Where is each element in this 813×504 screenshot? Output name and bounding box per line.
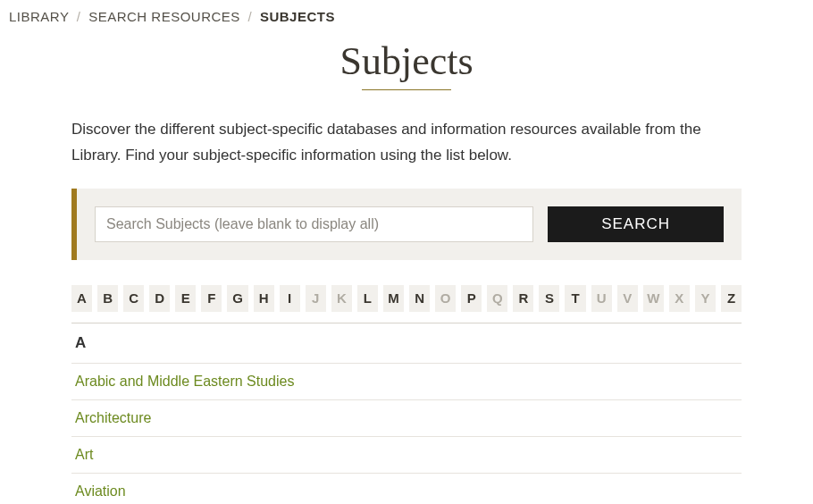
alpha-letter-v: V — [617, 285, 638, 312]
alpha-letter-s[interactable]: S — [539, 285, 559, 312]
alpha-letter-z[interactable]: Z — [721, 285, 742, 312]
alpha-letter-m[interactable]: M — [383, 285, 404, 312]
alpha-letter-a[interactable]: A — [71, 285, 92, 312]
intro-text: Discover the different subject-specific … — [71, 117, 742, 169]
subject-link[interactable]: Art — [75, 447, 93, 462]
breadcrumb-sep: / — [248, 9, 253, 24]
title-underline — [362, 89, 451, 90]
alpha-letter-j: J — [306, 285, 326, 312]
subject-row: Aviation — [71, 473, 742, 504]
alpha-letter-t[interactable]: T — [565, 285, 585, 312]
alpha-letter-l[interactable]: L — [357, 285, 378, 312]
search-button[interactable]: SEARCH — [548, 206, 724, 242]
subject-row: Art — [71, 436, 742, 473]
alpha-letter-o: O — [435, 285, 456, 312]
alpha-letter-y: Y — [695, 285, 716, 312]
alpha-letter-w: W — [643, 285, 664, 312]
alpha-letter-x: X — [669, 285, 690, 312]
alpha-letter-d[interactable]: D — [149, 285, 170, 312]
alpha-letter-k: K — [331, 285, 352, 312]
alpha-letter-c[interactable]: C — [123, 285, 144, 312]
alpha-letter-f[interactable]: F — [201, 285, 222, 312]
breadcrumb-sep: / — [77, 9, 81, 24]
alpha-letter-b[interactable]: B — [97, 285, 118, 312]
alpha-letter-u: U — [591, 285, 612, 312]
search-box: SEARCH — [71, 189, 742, 260]
subject-link[interactable]: Arabic and Middle Eastern Studies — [75, 374, 294, 389]
alpha-letter-i[interactable]: I — [280, 285, 300, 312]
breadcrumb: LIBRARY / SEARCH RESOURCES / SUBJECTS — [0, 0, 813, 29]
breadcrumb-link-library[interactable]: LIBRARY — [9, 9, 69, 24]
subject-row: Arabic and Middle Eastern Studies — [71, 363, 742, 399]
alpha-letter-e[interactable]: E — [175, 285, 196, 312]
alpha-letter-r[interactable]: R — [513, 285, 533, 312]
page-title: Subjects — [0, 38, 813, 84]
alpha-nav: ABCDEFGHIJKLMNOPQRSTUVWXYZ — [71, 285, 742, 312]
subject-list: Arabic and Middle Eastern StudiesArchite… — [71, 363, 742, 504]
subject-row: Architecture — [71, 399, 742, 436]
alpha-letter-p[interactable]: P — [461, 285, 482, 312]
alpha-letter-g[interactable]: G — [227, 285, 247, 312]
breadcrumb-current: SUBJECTS — [260, 9, 335, 24]
breadcrumb-link-search-resources[interactable]: SEARCH RESOURCES — [88, 9, 240, 24]
section-heading: A — [71, 323, 742, 363]
alpha-letter-q: Q — [487, 285, 507, 312]
subject-link[interactable]: Architecture — [75, 410, 151, 425]
search-input[interactable] — [95, 206, 533, 242]
alpha-letter-n[interactable]: N — [409, 285, 430, 312]
alpha-letter-h[interactable]: H — [254, 285, 274, 312]
subject-link[interactable]: Aviation — [75, 483, 126, 499]
